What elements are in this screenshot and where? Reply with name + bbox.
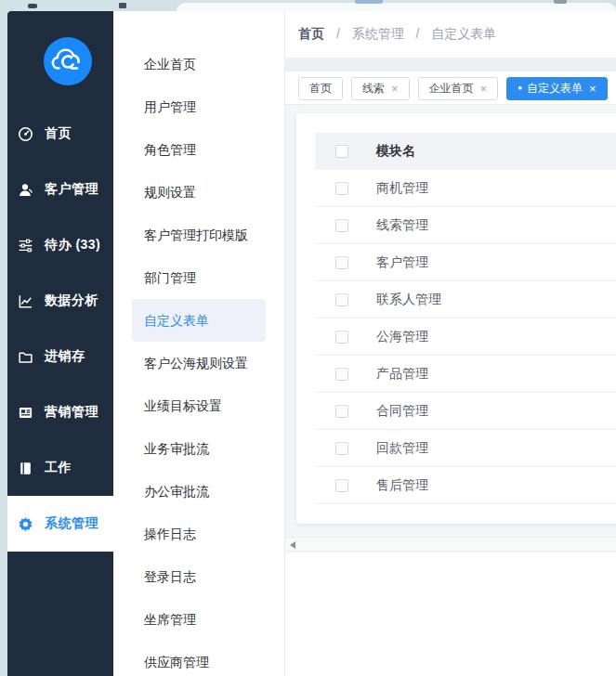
main-area: 首页 / 系统管理 / 自定义表单 首页 线索 × 企业首页 × ● 自定义表 (284, 11, 616, 676)
row-checkbox[interactable] (335, 182, 348, 195)
tab-home[interactable]: 首页 (298, 77, 343, 100)
primary-nav: 首页 客户管理 待办 (33) 数据分析 (7, 106, 113, 552)
tab-label: 企业首页 (429, 81, 474, 97)
module-name: 产品管理 (376, 366, 616, 383)
tab-enterprise-home[interactable]: 企业首页 × (418, 77, 499, 100)
submenu-item-performance-target[interactable]: 业绩目标设置 (132, 384, 266, 427)
submenu-item-user-mgmt[interactable]: 用户管理 (132, 85, 266, 128)
row-checkbox[interactable] (335, 368, 348, 381)
scrollbar-left-arrow-icon[interactable] (290, 541, 295, 549)
table-row[interactable]: 商机管理 (315, 170, 616, 207)
tab-label: 线索 (362, 81, 385, 97)
submenu-item-public-sea-rules[interactable]: 客户公海规则设置 (132, 342, 266, 384)
tab-custom-form-active[interactable]: ● 自定义表单 × (506, 77, 607, 100)
submenu-item-dept-mgmt[interactable]: 部门管理 (132, 256, 266, 299)
nav-item-marketing[interactable]: 营销管理 (7, 384, 113, 440)
row-checkbox[interactable] (335, 331, 348, 344)
table-row[interactable]: 线索管理 (315, 207, 616, 244)
nav-item-analytics[interactable]: 数据分析 (7, 273, 113, 329)
page-header: 首页 / 系统管理 / 自定义表单 (285, 11, 616, 58)
row-checkbox[interactable] (335, 219, 348, 232)
window-edge (0, 11, 7, 676)
breadcrumb: 首页 / 系统管理 / 自定义表单 (298, 26, 496, 43)
nav-label: 工作 (45, 460, 72, 476)
app-logo[interactable] (44, 37, 92, 85)
nav-label: 客户管理 (45, 181, 98, 198)
column-header-module-name: 模块名 (376, 143, 616, 160)
table-row[interactable]: 公海管理 (315, 318, 616, 356)
table-row[interactable]: 合同管理 (315, 393, 616, 430)
nav-item-inventory[interactable]: 进销存 (7, 329, 113, 384)
horizontal-scrollbar[interactable] (285, 537, 616, 552)
table-row[interactable]: 售后管理 (315, 467, 616, 504)
module-name: 回款管理 (376, 440, 616, 457)
close-icon[interactable]: × (391, 83, 399, 95)
row-checkbox[interactable] (335, 405, 348, 418)
breadcrumb-separator: / (336, 26, 340, 41)
browser-text-fragment (355, 0, 383, 4)
row-checkbox[interactable] (335, 442, 348, 455)
submenu-item-operation-log[interactable]: 操作日志 (132, 513, 266, 555)
submenu-item-print-template[interactable]: 客户管理打印模版 (132, 214, 266, 256)
secondary-nav: 企业首页 用户管理 角色管理 规则设置 客户管理打印模版 部门管理 自定义表单 … (113, 43, 284, 676)
nav-item-home[interactable]: 首页 (7, 106, 113, 162)
image-icon (18, 405, 33, 421)
breadcrumb-item-system[interactable]: 系统管理 (352, 26, 404, 41)
module-name: 合同管理 (376, 403, 616, 420)
submenu-item-login-log[interactable]: 登录日志 (132, 555, 266, 598)
nav-item-system[interactable]: 系统管理 (7, 496, 113, 552)
module-name: 商机管理 (376, 180, 616, 197)
submenu-item-role-mgmt[interactable]: 角色管理 (132, 128, 266, 171)
header-gap (285, 59, 616, 72)
sliders-icon (18, 238, 33, 254)
submenu-item-business-approval[interactable]: 业务审批流 (132, 427, 266, 470)
module-name: 联系人管理 (376, 292, 616, 308)
table-row[interactable]: 回款管理 (315, 430, 616, 467)
line-chart-icon (18, 293, 33, 309)
submenu-item-office-approval[interactable]: 办公审批流 (132, 470, 266, 513)
nav-item-customers[interactable]: 客户管理 (7, 162, 113, 217)
tab-label: 自定义表单 (527, 81, 583, 97)
user-icon (18, 182, 33, 198)
submenu-item-enterprise-home[interactable]: 企业首页 (132, 43, 266, 85)
tab-leads[interactable]: 线索 × (351, 77, 410, 100)
nav-label: 营销管理 (45, 404, 98, 421)
content-card: 模块名 商机管理 线索管理 客户管理 联系人管理 (296, 113, 616, 524)
nav-item-todo[interactable]: 待办 (33) (7, 217, 113, 273)
browser-icon-fragment (28, 4, 37, 8)
tab-label: 首页 (309, 81, 332, 97)
row-checkbox[interactable] (335, 293, 348, 306)
select-all-checkbox[interactable] (335, 145, 348, 158)
breadcrumb-item-home[interactable]: 首页 (298, 26, 324, 41)
dashboard-icon (18, 126, 33, 142)
app-window: 首页 客户管理 待办 (33) 数据分析 (0, 0, 616, 676)
cloud-sync-icon (44, 37, 92, 85)
close-icon[interactable]: × (589, 83, 596, 95)
module-name: 售后管理 (376, 477, 616, 494)
nav-item-work[interactable]: 工作 (7, 440, 113, 496)
browser-text-fragment (554, 0, 567, 4)
folder-icon (18, 349, 33, 365)
table-row[interactable]: 产品管理 (315, 356, 616, 393)
row-checkbox[interactable] (335, 479, 348, 492)
submenu-item-rule-settings[interactable]: 规则设置 (132, 171, 266, 214)
notebook-icon (18, 461, 33, 476)
active-dot-icon: ● (518, 84, 522, 92)
submenu-item-custom-form[interactable]: 自定义表单 (132, 299, 266, 342)
breadcrumb-item-custom-form: 自定义表单 (431, 26, 496, 41)
table-row[interactable]: 客户管理 (315, 244, 616, 281)
table-row[interactable]: 联系人管理 (315, 281, 616, 318)
submenu-item-seat-mgmt[interactable]: 坐席管理 (132, 598, 266, 641)
module-name: 线索管理 (376, 217, 616, 234)
content-footer-area (285, 552, 616, 676)
tags-view-bar: 首页 线索 × 企业首页 × ● 自定义表单 × (285, 72, 616, 105)
module-table: 模块名 商机管理 线索管理 客户管理 联系人管理 (315, 133, 616, 504)
nav-label: 数据分析 (45, 292, 98, 309)
row-checkbox[interactable] (335, 256, 348, 269)
gear-icon (18, 516, 33, 532)
close-icon[interactable]: × (480, 83, 488, 95)
module-name: 公海管理 (376, 329, 616, 345)
breadcrumb-separator: / (416, 26, 420, 41)
browser-tab-fragment (177, 3, 616, 11)
submenu-item-supplier-mgmt[interactable]: 供应商管理 (132, 641, 266, 676)
